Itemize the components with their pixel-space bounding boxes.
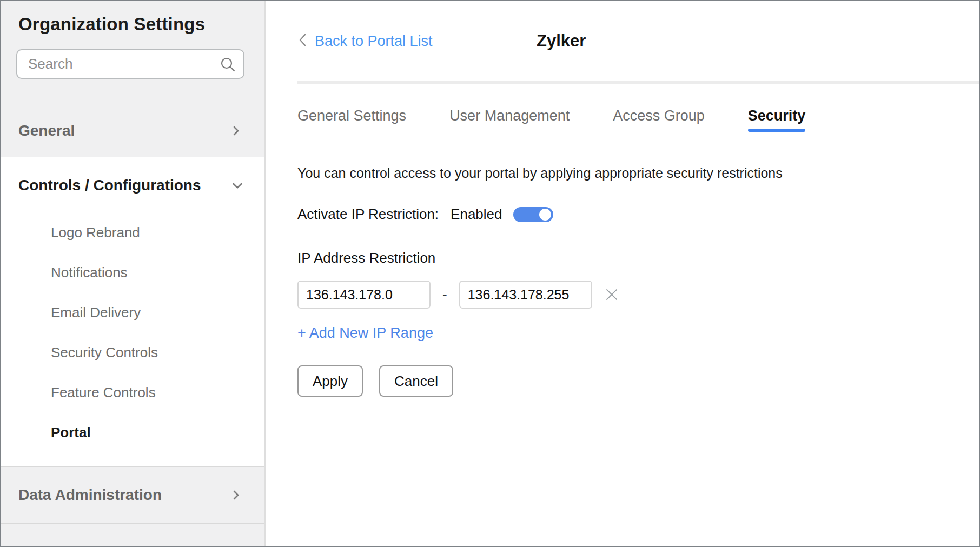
sidebar-item-notifications[interactable]: Notifications	[1, 252, 264, 292]
add-new-ip-range-link[interactable]: + Add New IP Range	[297, 325, 433, 342]
sidebar-item-email-delivery[interactable]: Email Delivery	[1, 292, 264, 332]
portal-name-title: Zylker	[537, 31, 586, 51]
chevron-right-icon	[229, 489, 242, 502]
activate-ip-restriction-row: Activate IP Restriction: Enabled	[297, 206, 979, 223]
back-link-label: Back to Portal List	[315, 33, 433, 50]
chevron-down-icon	[230, 178, 244, 192]
sidebar-item-portal[interactable]: Portal	[1, 412, 264, 452]
sidebar-section-label: Data Administration	[18, 486, 162, 504]
sidebar-item-security-controls[interactable]: Security Controls	[1, 332, 264, 372]
search-icon	[220, 56, 236, 72]
apply-button[interactable]: Apply	[297, 365, 363, 397]
back-to-portal-list-link[interactable]: Back to Portal List	[297, 32, 433, 50]
cancel-button[interactable]: Cancel	[379, 365, 453, 397]
sidebar-section-label: General	[18, 122, 75, 139]
ip-address-restriction-label: IP Address Restriction	[297, 250, 979, 266]
portal-tabs: General Settings User Management Access …	[297, 108, 979, 132]
toggle-knob	[539, 209, 551, 221]
sidebar-item-logo-rebrand[interactable]: Logo Rebrand	[1, 212, 264, 252]
ip-restriction-toggle[interactable]	[513, 207, 553, 222]
portal-header: Back to Portal List Zylker	[297, 1, 979, 81]
sidebar-section-general[interactable]: General	[1, 105, 264, 157]
sidebar-nav: General Controls / Configurations	[1, 105, 264, 546]
sidebar-section-label: Controls / Configurations	[18, 177, 201, 194]
sidebar-sublist: Logo Rebrand Notifications Email Deliver…	[1, 212, 264, 452]
tab-general-settings[interactable]: General Settings	[297, 108, 406, 132]
active-tab-indicator	[748, 129, 806, 132]
tab-access-group[interactable]: Access Group	[613, 108, 705, 132]
activate-state-text: Enabled	[451, 206, 502, 223]
sidebar-section-controls-group: Controls / Configurations Logo Rebrand N…	[1, 157, 264, 467]
sidebar-search	[16, 49, 244, 79]
tab-user-management[interactable]: User Management	[449, 108, 570, 132]
search-input[interactable]	[16, 49, 244, 79]
sidebar-section-controls-configurations[interactable]: Controls / Configurations	[1, 165, 264, 206]
sidebar: Organization Settings General	[1, 1, 266, 546]
tab-security-label: Security	[748, 108, 806, 124]
header-divider	[297, 81, 979, 84]
tab-security[interactable]: Security	[748, 108, 806, 132]
form-actions: Apply Cancel	[297, 365, 979, 397]
ip-range-separator: -	[442, 286, 447, 303]
security-description: You can control access to your portal by…	[297, 165, 979, 181]
ip-range-end-input[interactable]	[459, 281, 592, 309]
ip-range-start-input[interactable]	[297, 281, 431, 309]
back-chevron-icon	[297, 32, 308, 50]
ip-range-row: -	[297, 281, 979, 309]
remove-ip-range-button[interactable]	[604, 287, 619, 302]
activate-ip-restriction-label: Activate IP Restriction:	[297, 206, 439, 223]
chevron-right-icon	[229, 124, 242, 137]
sidebar-section-data-administration[interactable]: Data Administration	[1, 467, 264, 523]
sidebar-item-feature-controls[interactable]: Feature Controls	[1, 372, 264, 412]
sidebar-bottom-strip	[1, 523, 264, 546]
sidebar-title: Organization Settings	[18, 14, 264, 35]
organization-settings-window: Organization Settings General	[0, 0, 980, 547]
main-content: Back to Portal List Zylker General Setti…	[266, 1, 979, 546]
